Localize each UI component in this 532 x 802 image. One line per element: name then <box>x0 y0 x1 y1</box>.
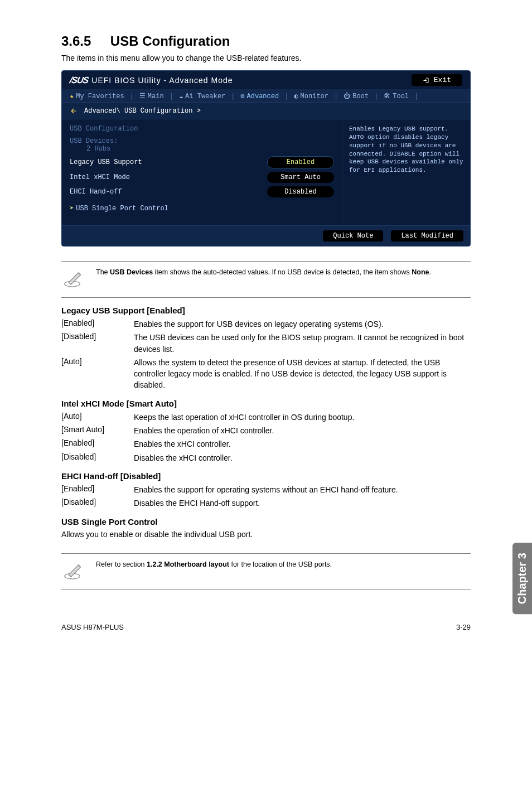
back-arrow-button[interactable] <box>67 106 80 116</box>
row-legacy-usb[interactable]: Legacy USB Support Enabled <box>70 156 334 168</box>
power-icon: ⏻ <box>344 92 350 100</box>
star-icon: ★ <box>70 92 74 100</box>
opt-val-xhci-auto: Keeps the last operation of xHCI control… <box>134 412 471 423</box>
tab-ai-tweaker[interactable]: ☁ Ai Tweaker <box>177 92 228 100</box>
tab-favorites-label: My Favorites <box>76 93 124 100</box>
tab-favorites[interactable]: ★My Favorites <box>67 92 127 100</box>
opt-key-enabled2: [Enabled] <box>61 438 134 450</box>
last-modified-button[interactable]: Last Modified <box>391 230 463 241</box>
bios-footer: Quick Note Last Modified <box>62 225 470 246</box>
usb-devices-label: USB Devices: <box>70 137 334 145</box>
exit-label: Exit <box>434 76 451 84</box>
opt-val-legacy-auto: Allows the system to detect the presence… <box>134 357 471 391</box>
note-text-mb-layout: Refer to section 1.2.2 Motherboard layou… <box>96 559 471 569</box>
opt-val-legacy-disabled: The USB devices can be used only for the… <box>134 332 471 355</box>
opt-val-ehci-disabled: Disables the EHCI Hand-off support. <box>134 497 471 509</box>
ehci-handoff-label: EHCI Hand-off <box>70 188 267 196</box>
opt-key-smartauto: [Smart Auto] <box>61 425 134 436</box>
list-icon: ☰ <box>139 92 146 100</box>
section-title: USB Configuration <box>110 33 230 49</box>
xhci-mode-label: Intel xHCI Mode <box>70 173 267 181</box>
breadcrumb-text: Advanced\ USB Configuration > <box>84 107 201 115</box>
chevron-right-icon: ➤ <box>70 205 74 212</box>
opt-val-legacy-enabled: Enables the support for USB devices on l… <box>134 318 471 330</box>
note-box-usb-devices: The USB Devices item shows the auto-dete… <box>61 261 471 298</box>
row-intel-xhci[interactable]: Intel xHCI Mode Smart Auto <box>70 172 334 183</box>
bios-breadcrumb: Advanced\ USB Configuration > <box>62 103 470 119</box>
tab-monitor[interactable]: ◐ Monitor <box>292 92 331 100</box>
tab-main-label: Main <box>148 93 164 100</box>
usb-single-port-item[interactable]: ➤USB Single Port Control <box>70 204 334 212</box>
exit-button[interactable]: Exit <box>412 74 462 86</box>
legacy-usb-value[interactable]: Enabled <box>267 156 334 168</box>
opt-key-auto2: [Auto] <box>61 412 134 423</box>
bios-window-title: UEFI BIOS Utility - Advanced Mode <box>91 76 233 85</box>
ehci-handoff-value[interactable]: Disabled <box>267 186 334 197</box>
tab-separator: | <box>130 93 134 100</box>
note-box-mb-layout: Refer to section 1.2.2 Motherboard layou… <box>61 553 471 590</box>
cloud-icon: ☁ <box>179 92 183 100</box>
page-footer: ASUS H87M-PLUS 3-29 <box>61 623 471 631</box>
tab-tool[interactable]: 🛠 Tool <box>381 92 411 100</box>
intro-text: The items in this menu allow you to chan… <box>61 54 471 62</box>
single-port-text: Allows you to enable or disable the indi… <box>61 530 471 539</box>
section-number: 3.6.5 <box>61 33 91 49</box>
footer-page-number: 3-29 <box>456 623 471 631</box>
opt-key-disabled3: [Disabled] <box>61 497 134 509</box>
back-arrow-icon <box>69 107 79 115</box>
help-text: Enables Legacy USB support. AUTO option … <box>349 125 463 175</box>
row-ehci-handoff[interactable]: EHCI Hand-off Disabled <box>70 186 334 197</box>
heading-legacy-usb: Legacy USB Support [Enabled] <box>61 306 471 315</box>
opt-val-xhci-smart: Enables the operation of xHCI controller… <box>134 425 471 436</box>
usb-devices-value: 2 Hubs <box>70 145 334 153</box>
heading-xhci: Intel xHCI Mode [Smart Auto] <box>61 399 471 408</box>
tool-icon: 🛠 <box>384 92 390 100</box>
footer-product: ASUS H87M-PLUS <box>61 623 124 631</box>
options-legacy-usb: [Enabled]Enables the support for USB dev… <box>61 318 471 391</box>
monitor-icon: ◐ <box>294 92 298 100</box>
options-xhci: [Auto]Keeps the last operation of xHCI c… <box>61 412 471 463</box>
opt-val-xhci-enabled: Enables the xHCI controller. <box>134 438 471 450</box>
legacy-usb-label: Legacy USB Support <box>70 158 267 166</box>
usb-single-port-label: USB Single Port Control <box>76 205 168 212</box>
bios-window: /SUS UEFI BIOS Utility - Advanced Mode E… <box>61 70 471 247</box>
pencil-note-icon <box>61 267 86 292</box>
bios-body: USB Configuration USB Devices: 2 Hubs Le… <box>62 119 470 225</box>
options-ehci: [Enabled]Enables the support for operati… <box>61 484 471 509</box>
advanced-icon: ⚙ <box>240 92 244 100</box>
opt-key-auto: [Auto] <box>61 357 134 391</box>
tab-boot[interactable]: ⏻ Boot <box>341 92 371 100</box>
bios-tabs: ★My Favorites | ☰ Main | ☁ Ai Tweaker | … <box>62 89 470 103</box>
note-text-usb-devices: The USB Devices item shows the auto-dete… <box>96 267 471 277</box>
opt-key-disabled: [Disabled] <box>61 332 134 355</box>
bios-help-panel: Enables Legacy USB support. AUTO option … <box>342 119 470 225</box>
heading-single-port: USB Single Port Control <box>61 517 471 526</box>
opt-val-xhci-disabled: Disables the xHCI controller. <box>134 452 471 463</box>
tab-boot-label: Boot <box>352 93 369 100</box>
tab-tweaker-label: Ai Tweaker <box>185 93 225 100</box>
tab-advanced[interactable]: ⚙ Advanced <box>238 92 281 100</box>
tab-tool-label: Tool <box>393 93 409 100</box>
asus-logo: /SUS <box>69 75 89 85</box>
quick-note-button[interactable]: Quick Note <box>323 230 383 241</box>
tab-advanced-label: Advanced <box>247 93 279 100</box>
tab-monitor-label: Monitor <box>301 93 328 100</box>
opt-val-ehci-enabled: Enables the support for operating system… <box>134 484 471 495</box>
tab-main[interactable]: ☰ Main <box>137 92 166 100</box>
bios-titlebar: /SUS UEFI BIOS Utility - Advanced Mode E… <box>62 71 470 89</box>
usb-config-header: USB Configuration <box>70 125 334 133</box>
opt-key-disabled2: [Disabled] <box>61 452 134 463</box>
pencil-note-icon-2 <box>61 559 86 584</box>
xhci-mode-value[interactable]: Smart Auto <box>267 172 334 183</box>
exit-icon <box>423 77 429 84</box>
bios-logo-area: /SUS UEFI BIOS Utility - Advanced Mode <box>70 75 233 85</box>
bios-left-panel: USB Configuration USB Devices: 2 Hubs Le… <box>62 119 342 225</box>
opt-key-enabled3: [Enabled] <box>61 484 134 495</box>
chapter-tab: Chapter 3 <box>512 543 532 614</box>
opt-key-enabled: [Enabled] <box>61 318 134 330</box>
heading-ehci: EHCI Hand-off [Disabled] <box>61 471 471 481</box>
